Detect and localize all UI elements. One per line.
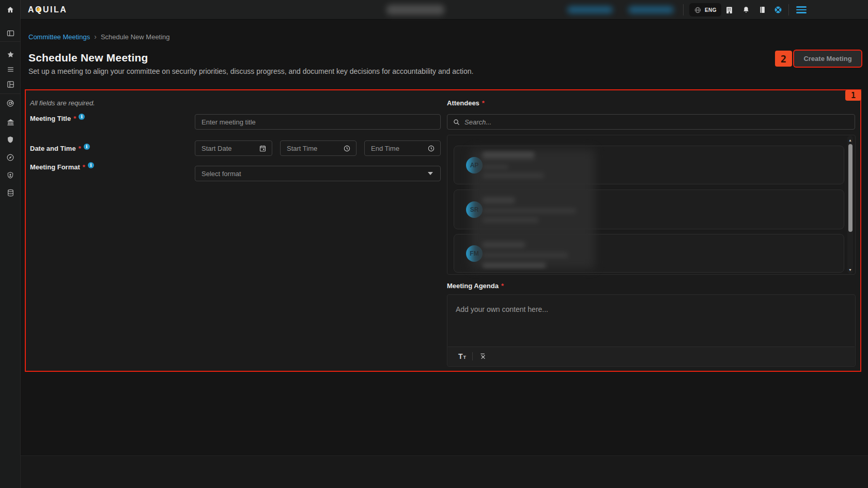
home-icon	[6, 6, 14, 14]
left-sidebar	[0, 20, 21, 488]
sidebar-item-user-shield[interactable]	[6, 170, 15, 180]
building-icon	[725, 6, 734, 14]
language-label: ENG	[705, 7, 717, 13]
blurred-attendee-email	[483, 173, 544, 178]
avatar: SR	[466, 201, 483, 218]
home-button[interactable]	[0, 0, 21, 20]
create-meeting-button[interactable]: Create Meeting	[794, 51, 861, 67]
blurred-attendee-name	[483, 197, 515, 203]
blurred-center-title	[386, 5, 444, 15]
meeting-title-input[interactable]	[195, 114, 441, 130]
app-logo[interactable]: A Q UILA	[28, 5, 67, 15]
date-time-label: Date and Time * i	[30, 145, 90, 152]
logo-text-prefix: A	[28, 5, 35, 14]
scrollbar-thumb[interactable]	[848, 144, 853, 232]
top-bar: A Q UILA ENG	[0, 0, 868, 20]
notifications-button[interactable]	[741, 5, 751, 14]
annotation-badge-2: 2	[775, 51, 792, 67]
breadcrumb-parent-link[interactable]: Committee Meetings	[28, 33, 90, 41]
attendees-search	[447, 114, 855, 130]
breadcrumb-separator-icon: ›	[94, 33, 97, 41]
info-icon[interactable]: i	[84, 144, 90, 150]
menu-icon[interactable]	[796, 6, 807, 13]
breadcrumb: Committee Meetings › Schedule New Meetin…	[28, 33, 170, 41]
globe-icon	[694, 6, 702, 14]
clear-formatting-icon[interactable]	[479, 352, 487, 360]
attendee-card[interactable]: SR	[454, 190, 844, 229]
sidebar-item-dashboard[interactable]	[6, 80, 15, 89]
attendees-search-input[interactable]	[464, 118, 849, 126]
blurred-attendee-email	[483, 262, 546, 267]
sidebar-item-list[interactable]	[6, 65, 15, 74]
docs-button[interactable]	[757, 5, 767, 14]
start-date-picker[interactable]: Start Date	[195, 140, 272, 156]
font-size-icon[interactable]: TT	[458, 353, 466, 360]
attendee-card[interactable]: AP	[454, 146, 844, 184]
logo-q-letter: Q	[35, 5, 43, 14]
scroll-down-icon[interactable]: ▼	[847, 266, 853, 273]
blurred-attendee-name	[483, 153, 534, 160]
search-icon	[453, 118, 460, 126]
topbar-divider	[683, 4, 684, 15]
language-selector[interactable]: ENG	[689, 3, 721, 17]
logo-q-mark: Q	[35, 5, 43, 14]
blurred-attendee-role	[483, 165, 508, 169]
sidebar-toggle-icon[interactable]	[6, 28, 15, 38]
bell-icon	[742, 6, 750, 14]
page-subtitle: Set up a meeting to align your committee…	[28, 67, 473, 75]
blurred-attendee-role	[483, 208, 576, 213]
topbar-divider	[788, 4, 789, 15]
blurred-topbar-link-1[interactable]	[567, 6, 613, 13]
blurred-attendee-role	[483, 253, 568, 258]
footer-area	[21, 456, 868, 488]
breadcrumb-current: Schedule New Meeting	[101, 33, 170, 41]
calendar-icon	[259, 145, 267, 152]
agenda-placeholder: Add your own content here...	[456, 305, 548, 313]
organization-button[interactable]	[724, 5, 734, 14]
sidebar-item-compass[interactable]	[6, 153, 15, 162]
chevron-down-icon	[428, 172, 433, 175]
sidebar-item-institution[interactable]	[6, 117, 15, 127]
sidebar-item-shield[interactable]	[6, 135, 15, 144]
annotation-badge-1: 1	[845, 90, 861, 101]
start-time-picker[interactable]: Start Time	[280, 140, 357, 156]
attendees-label: Attendees *	[447, 99, 485, 107]
info-icon[interactable]: i	[88, 162, 94, 168]
toolbar-divider	[472, 352, 473, 360]
end-time-picker[interactable]: End Time	[364, 140, 441, 156]
required-asterisk: *	[482, 99, 485, 107]
avatar: FM	[466, 245, 483, 262]
required-fields-note: All fields are required.	[30, 99, 95, 107]
meeting-title-label: Meeting Title * i	[30, 115, 85, 122]
attendee-card[interactable]: FM	[454, 234, 844, 273]
required-asterisk: *	[83, 163, 85, 171]
required-asterisk: *	[79, 145, 81, 152]
required-asterisk: *	[73, 115, 76, 122]
sidebar-divider	[0, 93, 21, 94]
page-title: Schedule New Meeting	[28, 52, 148, 64]
sidebar-item-risk-gauge[interactable]	[6, 99, 15, 108]
logo-text-suffix: UILA	[43, 5, 67, 14]
clock-icon	[427, 145, 435, 152]
scroll-up-icon[interactable]: ▲	[847, 137, 853, 143]
attendees-list: AP SR FM ▲ ▼	[447, 135, 856, 275]
life-ring-icon	[773, 5, 783, 14]
meeting-agenda-editor[interactable]: Add your own content here... TT	[447, 294, 856, 367]
sidebar-divider	[0, 41, 21, 42]
blurred-attendee-email	[483, 217, 538, 223]
avatar: AP	[466, 157, 483, 174]
agenda-toolbar: TT	[448, 347, 855, 366]
app-window: A Q UILA ENG	[0, 0, 868, 488]
blurred-topbar-link-2[interactable]	[628, 6, 674, 13]
sidebar-item-database[interactable]	[6, 188, 15, 197]
attendees-scrollbar[interactable]: ▲ ▼	[847, 136, 853, 274]
blurred-attendee-name	[483, 242, 525, 248]
info-icon[interactable]: i	[79, 114, 85, 120]
book-icon	[758, 6, 766, 14]
meeting-format-select[interactable]: Select format	[195, 166, 441, 181]
support-button[interactable]	[773, 5, 783, 14]
clock-icon	[343, 145, 351, 152]
meeting-format-label: Meeting Format * i	[30, 163, 94, 171]
required-asterisk: *	[501, 282, 504, 290]
sidebar-item-favorites[interactable]	[6, 50, 15, 59]
